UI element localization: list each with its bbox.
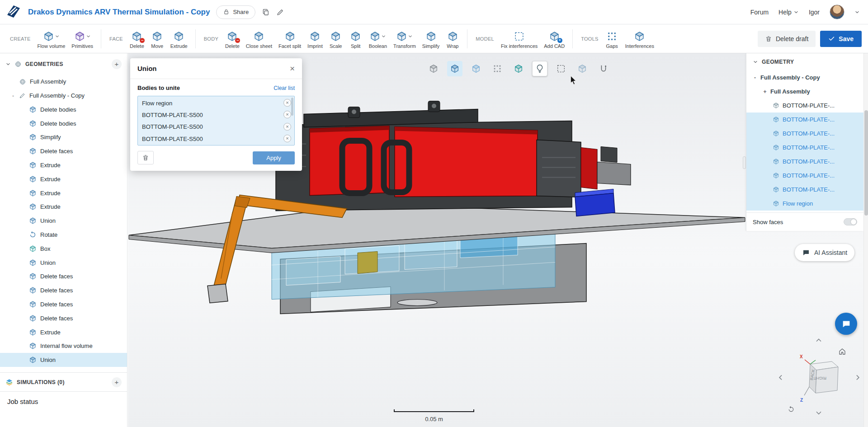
remove-body-icon[interactable]: × — [283, 123, 291, 131]
simulations-section-header[interactable]: SIMULATIONS (0) + — [0, 372, 127, 391]
tree-op-delete-faces[interactable]: Delete faces — [0, 311, 127, 325]
toolbar-item-imprint[interactable]: Imprint — [304, 28, 326, 49]
add-geometry-button[interactable]: + — [112, 59, 122, 69]
duplicate-icon[interactable] — [262, 8, 270, 16]
tree-op-box[interactable]: Box — [0, 242, 127, 256]
body-item-bottom-plate[interactable]: BOTTOM-PLATE-... — [746, 113, 863, 127]
view-solid-button[interactable] — [426, 61, 441, 76]
isolate-view-button[interactable] — [575, 61, 590, 76]
tree-op-extrude[interactable]: Extrude — [0, 172, 127, 186]
clear-list-link[interactable]: Clear list — [274, 85, 295, 91]
body-item-bottom-plate[interactable]: BOTTOM-PLATE-... — [746, 99, 863, 113]
body-list-item[interactable]: Flow region × — [138, 97, 294, 109]
toolbar-item-body-delete[interactable]: – Delete — [222, 28, 243, 49]
tree-op-union[interactable]: Union — [0, 256, 127, 270]
job-status-header[interactable]: Job status — [0, 391, 127, 411]
tree-item-full-assembly[interactable]: + Full Assembly — [746, 84, 863, 99]
toolbar-item-interferences[interactable]: Interferences — [622, 28, 657, 49]
tree-op-simplify[interactable]: Simplify — [0, 131, 127, 145]
toolbar-item-primitives[interactable]: Primitives — [68, 28, 96, 49]
add-simulation-button[interactable]: + — [112, 377, 122, 387]
body-list-item[interactable]: BOTTOM-PLATE-S500 × — [138, 109, 294, 121]
toolbar-item-boolean[interactable]: Boolean — [366, 28, 390, 49]
share-button[interactable]: Share — [216, 5, 255, 19]
tree-op-union[interactable]: Union — [0, 214, 127, 228]
expand-expander[interactable]: + — [763, 89, 767, 95]
tree-op-delete-faces[interactable]: Delete faces — [0, 270, 127, 284]
toolbar-item-facet-split[interactable]: Facet split — [275, 28, 304, 49]
body-item-bottom-plate[interactable]: BOTTOM-PLATE-... — [746, 169, 863, 183]
toolbar-item-face-move[interactable]: Move — [147, 28, 167, 49]
toolbar-item-fix-interferences[interactable]: Fix interferences — [498, 28, 541, 49]
show-faces-toggle[interactable] — [844, 218, 857, 225]
scrollbar-thumb[interactable] — [864, 110, 868, 216]
toolbar-item-wrap[interactable]: Wrap — [443, 28, 462, 49]
body-item-bottom-plate[interactable]: BOTTOM-PLATE-... — [746, 183, 863, 197]
geometry-panel-header[interactable]: GEOMETRY — [746, 53, 863, 70]
free-rotate-icon[interactable] — [788, 405, 795, 413]
collapse-expander[interactable]: - — [753, 75, 757, 81]
tree-op-extrude[interactable]: Extrude — [0, 200, 127, 214]
toolbar-item-split[interactable]: Split — [346, 28, 366, 49]
tree-op-internal-flow-volume[interactable]: Internal flow volume — [0, 339, 127, 353]
toolbar-item-transform[interactable]: Transform — [390, 28, 419, 49]
light-toggle-button[interactable] — [532, 61, 547, 76]
view-wireframe-button[interactable] — [511, 61, 526, 76]
user-avatar[interactable] — [830, 5, 844, 19]
tree-op-delete-faces[interactable]: Delete faces — [0, 144, 127, 158]
rotate-up-chevron-icon[interactable] — [815, 336, 823, 345]
rename-pencil-icon[interactable] — [276, 8, 284, 16]
body-list-item[interactable]: BOTTOM-PLATE-S500 × — [138, 133, 294, 145]
tree-item-full-assembly-copy[interactable]: - Full Assembly - Copy — [746, 70, 863, 84]
panel-resize-handle[interactable] — [743, 156, 746, 169]
list-scrollbar-thumb[interactable] — [291, 98, 293, 116]
tree-op-extrude[interactable]: Extrude — [0, 325, 127, 339]
toolbar-item-gaps[interactable]: Gaps — [602, 28, 622, 49]
tree-op-delete-bodies[interactable]: Delete bodies — [0, 117, 127, 131]
chevron-down-icon[interactable] — [5, 61, 11, 67]
help-menu[interactable]: Help — [778, 9, 799, 16]
view-vertices-button[interactable] — [490, 61, 505, 76]
tree-item-full-assembly-copy[interactable]: - Full Assembly - Copy — [0, 89, 127, 103]
toolbar-item-simplify[interactable]: Simplify — [419, 28, 443, 49]
delete-operation-button[interactable] — [137, 151, 154, 164]
body-item-bottom-plate[interactable]: BOTTOM-PLATE-... — [746, 127, 863, 141]
toolbar-item-close-sheet[interactable]: Close sheet — [243, 28, 275, 49]
body-item-bottom-plate[interactable]: BOTTOM-PLATE-... — [746, 155, 863, 169]
toolbar-item-face-delete[interactable]: – Delete — [127, 28, 147, 49]
toolbar-item-face-extrude[interactable]: Extrude — [167, 28, 191, 49]
tree-op-extrude[interactable]: Extrude — [0, 186, 127, 200]
project-title[interactable]: Drakos Dynamics ARV Thermal Simulation -… — [28, 8, 210, 17]
blue-connector-body[interactable] — [575, 189, 615, 216]
ai-assistant-button[interactable]: AI Assistant — [795, 244, 854, 261]
collapse-expander[interactable]: - — [11, 93, 15, 99]
forum-link[interactable]: Forum — [750, 9, 769, 16]
yellow-component-body[interactable] — [358, 252, 377, 274]
box-select-button[interactable] — [553, 61, 569, 76]
tree-op-extrude[interactable]: Extrude — [0, 158, 127, 172]
tree-item-full-assembly[interactable]: Full Assembly — [0, 75, 127, 89]
chevron-down-icon[interactable] — [753, 59, 758, 65]
close-icon[interactable]: × — [290, 64, 295, 74]
tree-op-delete-bodies[interactable]: Delete bodies — [0, 103, 127, 117]
rotate-left-chevron-icon[interactable] — [777, 373, 785, 381]
geometries-section-header[interactable]: GEOMETRIES + — [0, 53, 127, 75]
support-chat-button[interactable] — [835, 313, 857, 335]
tree-op-delete-faces[interactable]: Delete faces — [0, 297, 127, 311]
nav-cube[interactable]: BACK RIGHT X Z — [797, 351, 846, 405]
user-menu-chevron-icon[interactable] — [854, 9, 860, 15]
vertical-scrollbar[interactable] — [863, 53, 868, 427]
tree-op-union-selected[interactable]: Union — [0, 353, 127, 367]
remove-body-icon[interactable]: × — [283, 111, 291, 118]
tree-op-delete-faces[interactable]: Delete faces — [0, 283, 127, 297]
remove-body-icon[interactable]: × — [283, 135, 291, 142]
tree-op-rotate[interactable]: Rotate — [0, 228, 127, 242]
rotate-down-chevron-icon[interactable] — [815, 408, 823, 417]
app-logo[interactable] — [5, 4, 22, 20]
delete-draft-button[interactable]: Delete draft — [758, 31, 816, 47]
remove-body-icon[interactable]: × — [283, 99, 291, 107]
probe-tool-button[interactable] — [596, 61, 611, 76]
toolbar-item-add-cad[interactable]: + Add CAD — [541, 28, 568, 49]
view-shaded-button[interactable] — [447, 61, 462, 76]
body-list-item[interactable]: BOTTOM-PLATE-S500 × — [138, 121, 294, 133]
